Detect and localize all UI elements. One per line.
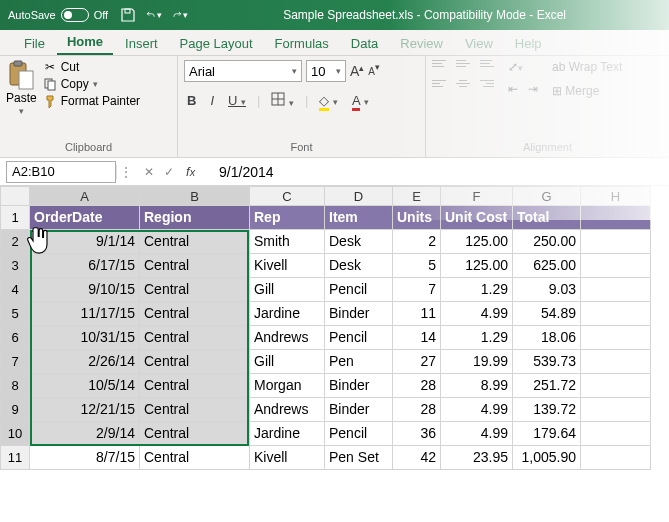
row-header[interactable]: 5 <box>0 302 30 326</box>
cell[interactable] <box>581 302 651 326</box>
cell[interactable]: 125.00 <box>441 230 513 254</box>
cell[interactable]: Item <box>325 206 393 230</box>
row-header[interactable]: 1 <box>0 206 30 230</box>
cell[interactable]: OrderDate <box>30 206 140 230</box>
cell[interactable]: 54.89 <box>513 302 581 326</box>
cell[interactable]: Central <box>140 374 250 398</box>
row-header[interactable]: 10 <box>0 422 30 446</box>
column-header[interactable]: F <box>441 186 513 206</box>
font-name-select[interactable]: Arial ▾ <box>184 60 302 82</box>
cell[interactable]: 14 <box>393 326 441 350</box>
orientation-icon[interactable]: ⤢▾ <box>508 60 523 74</box>
cell[interactable]: Gill <box>250 278 325 302</box>
row-header[interactable]: 11 <box>0 446 30 470</box>
cell[interactable]: 9/1/14 <box>30 230 140 254</box>
cell[interactable]: 23.95 <box>441 446 513 470</box>
cell[interactable] <box>581 278 651 302</box>
cell[interactable]: Pencil <box>325 422 393 446</box>
cell[interactable]: Binder <box>325 398 393 422</box>
decrease-font-icon[interactable]: A▾ <box>368 66 380 77</box>
row-header[interactable]: 4 <box>0 278 30 302</box>
cell[interactable]: 8/7/15 <box>30 446 140 470</box>
tab-review[interactable]: Review <box>390 32 453 55</box>
cell[interactable]: 4.99 <box>441 398 513 422</box>
cell[interactable] <box>581 446 651 470</box>
tab-insert[interactable]: Insert <box>115 32 168 55</box>
name-box-dropdown[interactable]: ⋮ <box>116 165 134 179</box>
cell[interactable]: Central <box>140 446 250 470</box>
cancel-formula-icon[interactable]: ✕ <box>144 165 154 179</box>
column-header[interactable]: A <box>30 186 140 206</box>
cell[interactable]: Andrews <box>250 398 325 422</box>
increase-indent-icon[interactable]: ⇥ <box>528 82 538 96</box>
cell[interactable]: Binder <box>325 302 393 326</box>
cell[interactable]: 28 <box>393 374 441 398</box>
align-middle-icon[interactable] <box>456 60 470 72</box>
tab-formulas[interactable]: Formulas <box>265 32 339 55</box>
cell[interactable]: Region <box>140 206 250 230</box>
accept-formula-icon[interactable]: ✓ <box>164 165 174 179</box>
tab-page-layout[interactable]: Page Layout <box>170 32 263 55</box>
cell[interactable] <box>581 350 651 374</box>
cell[interactable]: Central <box>140 278 250 302</box>
cell[interactable]: 28 <box>393 398 441 422</box>
italic-button[interactable]: I <box>207 91 217 110</box>
cell[interactable]: 2/26/14 <box>30 350 140 374</box>
cell[interactable]: 2 <box>393 230 441 254</box>
cell[interactable] <box>581 230 651 254</box>
cell[interactable]: Central <box>140 230 250 254</box>
cell[interactable] <box>581 374 651 398</box>
cell[interactable]: 36 <box>393 422 441 446</box>
cell[interactable]: 42 <box>393 446 441 470</box>
row-header[interactable]: 3 <box>0 254 30 278</box>
bold-button[interactable]: B <box>184 91 199 110</box>
cell[interactable]: Central <box>140 302 250 326</box>
increase-font-icon[interactable]: A▴ <box>350 63 364 79</box>
decrease-indent-icon[interactable]: ⇤ <box>508 82 518 96</box>
name-box[interactable]: A2:B10 <box>6 161 116 183</box>
cell[interactable] <box>581 254 651 278</box>
column-header[interactable]: D <box>325 186 393 206</box>
row-header[interactable]: 2 <box>0 230 30 254</box>
cell[interactable]: Smith <box>250 230 325 254</box>
column-header[interactable]: G <box>513 186 581 206</box>
align-bottom-icon[interactable] <box>480 60 494 72</box>
cell[interactable]: Kivell <box>250 446 325 470</box>
align-center-icon[interactable] <box>456 80 470 92</box>
cell[interactable]: Binder <box>325 374 393 398</box>
autosave-toggle[interactable]: AutoSave Off <box>8 8 108 22</box>
tab-help[interactable]: Help <box>505 32 552 55</box>
cell[interactable]: 10/5/14 <box>30 374 140 398</box>
underline-button[interactable]: U ▾ <box>225 91 249 110</box>
align-top-icon[interactable] <box>432 60 446 72</box>
tab-file[interactable]: File <box>14 32 55 55</box>
align-left-icon[interactable] <box>432 80 446 92</box>
select-all-corner[interactable] <box>0 186 30 206</box>
cell[interactable]: Central <box>140 398 250 422</box>
row-header[interactable]: 7 <box>0 350 30 374</box>
cell[interactable]: Rep <box>250 206 325 230</box>
cell[interactable]: 11/17/15 <box>30 302 140 326</box>
cell[interactable]: Total <box>513 206 581 230</box>
cell[interactable]: Morgan <box>250 374 325 398</box>
cut-button[interactable]: ✂ Cut <box>43 60 140 74</box>
tab-view[interactable]: View <box>455 32 503 55</box>
cell[interactable]: 6/17/15 <box>30 254 140 278</box>
cell[interactable]: 1.29 <box>441 278 513 302</box>
fx-icon[interactable]: fx <box>186 164 195 179</box>
cell[interactable]: 139.72 <box>513 398 581 422</box>
cell[interactable]: 10/31/15 <box>30 326 140 350</box>
cell[interactable]: Desk <box>325 254 393 278</box>
cell[interactable]: 625.00 <box>513 254 581 278</box>
chevron-down-icon[interactable]: ▾ <box>19 106 24 116</box>
column-header[interactable]: H <box>581 186 651 206</box>
cell[interactable]: 539.73 <box>513 350 581 374</box>
cell[interactable]: Central <box>140 350 250 374</box>
cell[interactable]: Jardine <box>250 422 325 446</box>
cell[interactable]: 5 <box>393 254 441 278</box>
format-painter-button[interactable]: Format Painter <box>43 94 140 108</box>
cell[interactable] <box>581 326 651 350</box>
merge-button[interactable]: ⊞ Merge <box>552 84 622 98</box>
cell[interactable]: Jardine <box>250 302 325 326</box>
cell[interactable]: Pen Set <box>325 446 393 470</box>
